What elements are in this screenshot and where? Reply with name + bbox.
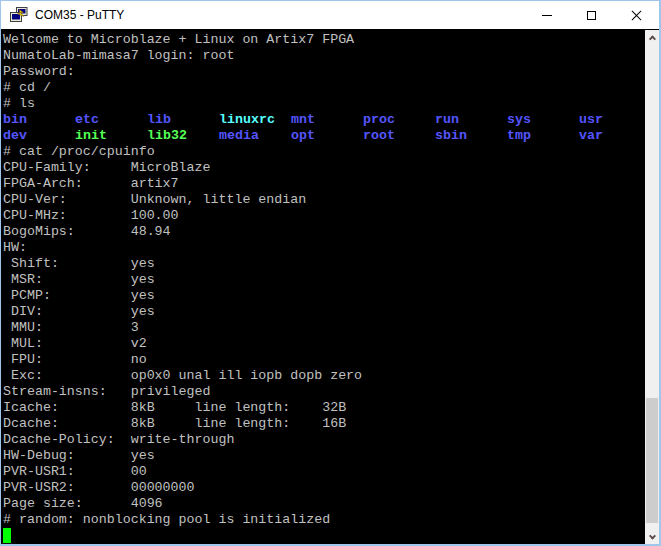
terminal-cpuinfo-output: # cat /proc/cpuinfo CPU-Family: MicroBla…: [3, 144, 645, 528]
ls-entry: sys: [507, 112, 579, 128]
ls-entry: proc: [363, 112, 435, 128]
scrollbar-thumb[interactable]: [646, 398, 658, 523]
ls-entry: dev: [3, 128, 75, 144]
ls-entry: root: [363, 128, 435, 144]
ls-entry: linuxrc: [219, 112, 291, 128]
ls-entry: bin: [3, 112, 75, 128]
ls-entry: opt: [291, 128, 363, 144]
scrollbar-up-button[interactable]: [645, 30, 659, 44]
close-icon: [631, 10, 642, 21]
putty-icon[interactable]: [10, 7, 28, 23]
terminal-cursor: [3, 528, 11, 543]
ls-entry: mnt: [291, 112, 363, 128]
maximize-button[interactable]: [569, 1, 614, 29]
caption-buttons: [524, 1, 659, 29]
terminal-screen[interactable]: Welcome to Microblaze + Linux on Artix7 …: [1, 30, 645, 544]
ls-entry: var: [579, 128, 645, 144]
ls-entry: tmp: [507, 128, 579, 144]
window-body: Welcome to Microblaze + Linux on Artix7 …: [1, 30, 659, 544]
ls-entry: init: [75, 128, 147, 144]
titlebar[interactable]: COM35 - PuTTY: [1, 1, 659, 30]
minimize-button[interactable]: [524, 1, 569, 29]
terminal-boot-lines: Welcome to Microblaze + Linux on Artix7 …: [3, 32, 645, 112]
window-title: COM35 - PuTTY: [35, 8, 524, 22]
putty-window: COM35 - PuTTY Welcome to Microblaze + Li…: [0, 0, 661, 546]
chevron-down-icon: [648, 532, 655, 539]
ls-entry: etc: [75, 112, 147, 128]
chevron-up-icon: [648, 35, 655, 42]
maximize-icon: [587, 11, 596, 20]
ls-entry: media: [219, 128, 291, 144]
ls-output-row-1: binetcliblinuxrcmntprocrunsysusr: [3, 112, 645, 128]
cursor-line: [3, 528, 645, 544]
minimize-icon: [542, 15, 552, 16]
ls-output-row-2: devinitlib32mediaoptrootsbintmpvar: [3, 128, 645, 144]
scrollbar[interactable]: [645, 30, 659, 544]
ls-entry: lib: [147, 112, 219, 128]
close-button[interactable]: [614, 1, 659, 29]
ls-entry: run: [435, 112, 507, 128]
ls-entry: sbin: [435, 128, 507, 144]
ls-entry: usr: [579, 112, 645, 128]
ls-entry: lib32: [147, 128, 219, 144]
scrollbar-down-button[interactable]: [645, 530, 659, 544]
